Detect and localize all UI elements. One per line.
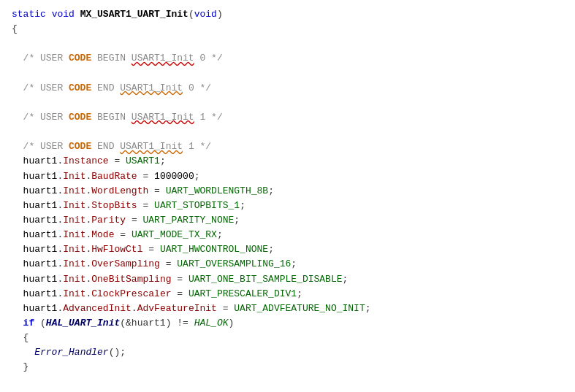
keyword-code-1: CODE: [69, 53, 91, 64]
comment-end-1b: END USART1_Init 1 */: [91, 141, 211, 152]
field-clockprescaler: ClockPrescaler: [91, 288, 171, 299]
var-huart1-11: huart1: [23, 303, 58, 314]
val-baudrate: 1000000: [154, 171, 194, 182]
field-advinit: AdvancedInit: [63, 303, 132, 314]
keyword-code-2: CODE: [69, 82, 91, 93]
code-line-2: {: [12, 22, 563, 36]
code-line-11: huart1.Instance = USART1;: [12, 154, 563, 169]
field-onebit: OneBitSampling: [91, 274, 171, 285]
keyword-code-4: CODE: [69, 141, 91, 152]
code-line-19: huart1.Init.OneBitSampling = UART_ONE_BI…: [12, 272, 563, 287]
field-init6: Init: [63, 244, 85, 255]
field-wordlength: WordLength: [91, 185, 148, 196]
comment-begin-0b: BEGIN USART1_Init 0 */: [91, 53, 222, 64]
var-huart1-7: huart1: [23, 244, 58, 255]
code-line-14: huart1.Init.StopBits = UART_STOPBITS_1;: [12, 199, 563, 213]
code-line-9: [12, 125, 563, 139]
space: [75, 9, 80, 20]
val-advfeature: UART_ADVFEATURE_NO_INIT: [234, 303, 365, 314]
val-prescaler: UART_PRESCALER_DIV1: [189, 288, 297, 299]
field-init5: Init: [63, 229, 85, 240]
code-line-5: [12, 66, 563, 81]
code-line-15: huart1.Init.Parity = UART_PARITY_NONE;: [12, 213, 563, 228]
field-init2: Init: [63, 185, 85, 196]
code-line-6: /* USER CODE END USART1_Init 0 */: [12, 81, 563, 96]
code-line-7: [12, 96, 563, 110]
field-init9: Init: [63, 288, 85, 299]
code-line-20: huart1.Init.ClockPrescaler = UART_PRESCA…: [12, 287, 563, 301]
val-hal-ok: HAL_OK: [194, 318, 229, 328]
code-line-13: huart1.Init.WordLength = UART_WORDLENGTH…: [12, 184, 563, 199]
field-init3: Init: [63, 200, 85, 211]
parens: (: [189, 9, 194, 20]
field-init4: Init: [63, 215, 85, 226]
fn-hal-uart-init: HAL_UART_Init: [46, 318, 120, 328]
val-hwcontrol: UART_HWCONTROL_NONE: [160, 244, 268, 255]
field-hwflowctl: HwFlowCtl: [91, 244, 142, 255]
var-huart1-3: huart1: [23, 185, 58, 196]
code-line-18: huart1.Init.OverSampling = UART_OVERSAMP…: [12, 257, 563, 272]
comment-end-1: /* USER: [12, 141, 69, 152]
val-oversampling: UART_OVERSAMPLING_16: [177, 258, 291, 269]
val-onebit: UART_ONE_BIT_SAMPLE_DISABLE: [189, 274, 343, 285]
var-huart1-10: huart1: [23, 288, 58, 299]
code-line-3: [12, 36, 563, 51]
var-huart1-4: huart1: [23, 200, 58, 211]
field-init7: Init: [63, 258, 85, 269]
val-mode: UART_MODE_TX_RX: [132, 229, 217, 240]
field-stopbits: StopBits: [91, 200, 137, 211]
fn-error-handler: Error_Handler: [34, 347, 108, 358]
code-line-16: huart1.Init.Mode = UART_MODE_TX_RX;: [12, 228, 563, 242]
field-advfeatureinit: AdvFeatureInit: [137, 303, 217, 314]
code-line-24: Error_Handler();: [12, 345, 563, 360]
val-usart1: USART1: [126, 155, 160, 166]
var-huart1: huart1: [23, 155, 58, 166]
code-line-22: if (HAL_UART_Init(&huart1) != HAL_OK): [12, 316, 563, 331]
keyword-code-3: CODE: [69, 112, 91, 123]
var-huart1-9: huart1: [23, 274, 58, 285]
val-parity: UART_PARITY_NONE: [142, 215, 234, 226]
space: [46, 9, 52, 20]
comment-end-0b: END USART1_Init 0 */: [91, 82, 211, 93]
comment-begin-1b: BEGIN USART1_Init 1 */: [91, 112, 222, 123]
comment-begin-0: /* USER: [12, 53, 69, 64]
code-container: static void MX_USART1_UART_Init(void) { …: [0, 0, 575, 392]
field-oversampling: OverSampling: [91, 258, 160, 269]
code-line-12: huart1.Init.BaudRate = 1000000;: [12, 169, 563, 184]
code-line-17: huart1.Init.HwFlowCtl = UART_HWCONTROL_N…: [12, 242, 563, 257]
code-line-10: /* USER CODE END USART1_Init 1 */: [12, 139, 563, 154]
val-wordlength: UART_WORDLENGTH_8B: [166, 185, 268, 196]
field-parity: Parity: [91, 215, 126, 226]
val-stopbits: UART_STOPBITS_1: [154, 200, 240, 211]
parens-close: ): [217, 9, 223, 20]
code-line-25: }: [12, 360, 563, 374]
var-huart1-8: huart1: [23, 258, 58, 269]
field-mode: Mode: [91, 229, 114, 240]
function-name: MX_USART1_UART_Init: [80, 9, 189, 20]
var-huart1-6: huart1: [23, 229, 58, 240]
keyword-void: void: [52, 9, 75, 20]
field-init: Init: [63, 171, 85, 182]
keyword-static: static: [12, 9, 46, 20]
comment-begin-1: /* USER: [12, 112, 69, 123]
code-line-4: /* USER CODE BEGIN USART1_Init 0 */: [12, 51, 563, 66]
code-line-8: /* USER CODE BEGIN USART1_Init 1 */: [12, 110, 563, 125]
code-line-1: static void MX_USART1_UART_Init(void): [12, 7, 563, 22]
var-huart1-5: huart1: [23, 215, 58, 226]
field-init8: Init: [63, 274, 85, 285]
keyword-void2: void: [194, 9, 217, 20]
var-huart1-2: huart1: [23, 171, 58, 182]
code-line-23: {: [12, 331, 563, 345]
comment-end-0: /* USER: [12, 82, 69, 93]
keyword-if: if: [23, 318, 35, 328]
code-line-21: huart1.AdvancedInit.AdvFeatureInit = UAR…: [12, 301, 563, 316]
field-instance: Instance: [63, 155, 108, 166]
field-baudrate: BaudRate: [91, 171, 137, 182]
